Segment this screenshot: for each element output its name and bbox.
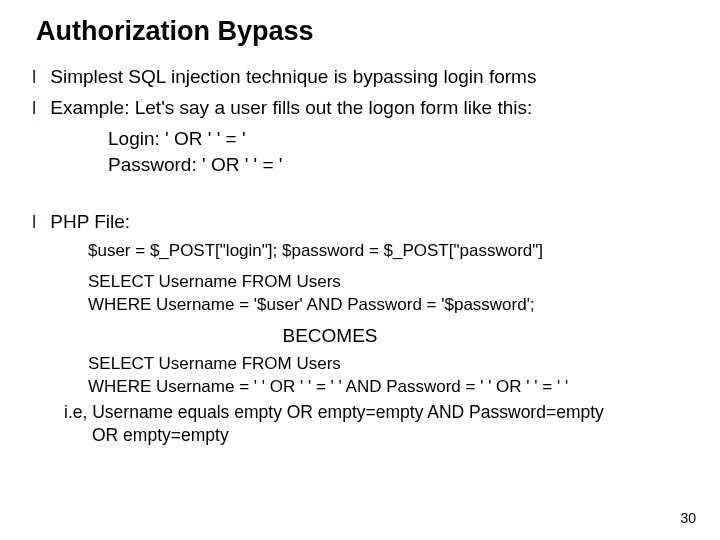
bullet-marker-icon: l: [32, 96, 36, 121]
bullet-item-2: l Example: Let's say a user fills out th…: [28, 96, 692, 121]
php-assign-line: $user = $_POST["login"]; $password = $_P…: [88, 240, 692, 263]
bullet-item-3: l PHP File:: [28, 210, 692, 235]
becomes-label: BECOMES: [28, 325, 692, 347]
bullet-marker-icon: l: [32, 210, 36, 235]
slide-title: Authorization Bypass: [36, 16, 692, 47]
page-number: 30: [680, 510, 696, 526]
explanation-line1: i.e, Username equals empty OR empty=empt…: [64, 401, 672, 424]
bullet-text-3: PHP File:: [50, 210, 130, 235]
explanation-block: i.e, Username equals empty OR empty=empt…: [64, 401, 692, 447]
password-line: Password: ' OR ' ' = ': [108, 152, 692, 178]
bullet-text-2: Example: Let's say a user fills out the …: [50, 96, 532, 121]
login-line: Login: ' OR ' ' = ': [108, 126, 692, 152]
sql-after-line2: WHERE Username = ' ' OR ' ' = ' ' AND Pa…: [88, 376, 692, 399]
sql-after-line1: SELECT Username FROM Users: [88, 353, 692, 376]
bullet-marker-icon: l: [32, 65, 36, 90]
bullet-item-1: l Simplest SQL injection technique is by…: [28, 65, 692, 90]
sql-after-block: SELECT Username FROM Users WHERE Usernam…: [88, 353, 692, 399]
php-assign-block: $user = $_POST["login"]; $password = $_P…: [88, 240, 692, 263]
sql-before-block: SELECT Username FROM Users WHERE Usernam…: [88, 271, 692, 317]
explanation-line2: OR empty=empty: [92, 424, 672, 447]
sql-before-line1: SELECT Username FROM Users: [88, 271, 692, 294]
login-example-block: Login: ' OR ' ' = ' Password: ' OR ' ' =…: [108, 126, 692, 177]
bullet-text-1: Simplest SQL injection technique is bypa…: [50, 65, 536, 90]
sql-before-line2: WHERE Username = '$user' AND Password = …: [88, 294, 692, 317]
